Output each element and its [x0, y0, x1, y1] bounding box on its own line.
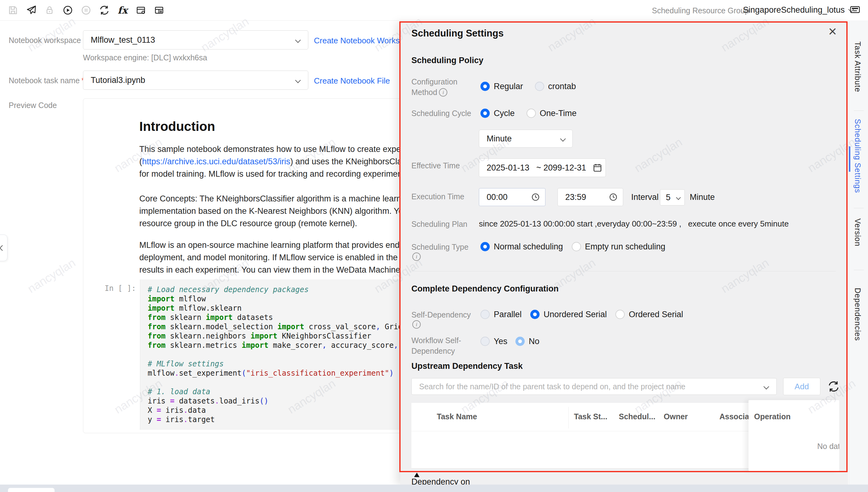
send-icon[interactable] — [25, 4, 38, 17]
refresh-table-icon[interactable] — [827, 380, 840, 394]
watermark-text: nancyqlan — [25, 256, 78, 296]
radio-option-no[interactable]: No — [515, 337, 539, 346]
chevron-left-icon — [0, 245, 5, 251]
resource-group-label: Scheduling Resource Group — [652, 6, 749, 15]
column-header-operation: Operation — [754, 412, 791, 421]
tab-scheduling-settings[interactable]: Scheduling Settings — [853, 119, 862, 193]
radio-option-unordered-serial[interactable]: Unordered Serial — [530, 310, 607, 319]
preview-code-label: Preview Code — [9, 101, 57, 110]
radio-option-ordered-serial[interactable]: Ordered Serial — [616, 310, 683, 319]
notebook-heading: Introduction — [139, 119, 215, 134]
radio-option-regular[interactable]: Regular — [480, 82, 523, 91]
effective-time-range[interactable]: 2025-01-13 ~ 2099-12-31 — [479, 158, 606, 177]
dataset-link[interactable]: https://archive.ics.uci.edu/dataset/53/i… — [142, 157, 290, 166]
scheduling-plan-value: since 2025-01-13 00:00:00 start ,everyda… — [479, 219, 789, 229]
search-placeholder: Search for the name/ID of the parent tas… — [412, 382, 764, 391]
cell-prompt: In [ ]: — [105, 284, 136, 293]
run-icon[interactable] — [62, 4, 74, 17]
layout-icon[interactable] — [153, 4, 165, 17]
interval-unit-label: Minute — [690, 193, 715, 202]
section-dependency-config: Complete Dependency Configuration — [411, 284, 559, 294]
workspace-select[interactable]: Mlflow_test_0113 — [83, 30, 308, 50]
tab-dependencies[interactable]: Dependencies — [853, 288, 862, 341]
bottom-bar — [0, 485, 868, 492]
notebook-paragraph-line: deployment, and model monitoring. If MLf… — [139, 251, 404, 264]
save-icon[interactable] — [7, 4, 19, 17]
pause-icon[interactable] — [80, 4, 92, 17]
top-toolbar: fx Scheduling Resource Group SingaporeSc… — [0, 0, 868, 21]
effective-end: ~ 2099-12-31 — [529, 163, 586, 173]
config-method-options: Regular crontab — [480, 82, 576, 91]
tab-version[interactable]: Version — [853, 219, 862, 246]
radio-option-one-time[interactable]: One-Time — [527, 108, 577, 118]
tab-divider — [854, 208, 864, 208]
workspace-engine-text: Workspace engine: [DLC] wxkxh6sa — [83, 53, 207, 62]
chevron-down-icon — [676, 195, 681, 200]
radio-option-empty-run[interactable]: Empty run scheduling — [572, 242, 666, 251]
notebook-paragraph-line: for model training. MLflow is used for t… — [139, 168, 405, 180]
workspace-select-value: Mlflow_test_0113 — [83, 35, 296, 45]
tab-task-attribute[interactable]: Task Attribute — [853, 42, 862, 92]
clock-icon — [609, 193, 618, 202]
self-dependency-options: Parallel Unordered Serial Ordered Serial — [480, 310, 683, 319]
scheduling-plan-label: Scheduling Plan — [411, 220, 467, 229]
radio-option-parallel[interactable]: Parallel — [480, 310, 522, 319]
table-header-divider — [411, 431, 748, 432]
execution-time-label: Execution Time — [411, 192, 464, 201]
task-name-label: Notebook task name* — [9, 76, 85, 85]
sidebar-collapse-handle[interactable] — [0, 235, 7, 261]
task-config-icon[interactable] — [135, 4, 147, 17]
workflow-self-dependency-label: Workflow Self- — [411, 336, 461, 345]
radio-option-yes[interactable]: Yes — [480, 337, 507, 346]
notebook-paragraph-line: MLflow is an open-source machine learnin… — [139, 239, 405, 251]
config-method-label2: Methodi — [411, 88, 447, 97]
radio-option-cycle[interactable]: Cycle — [480, 108, 515, 118]
function-icon[interactable]: fx — [116, 4, 129, 17]
table-empty-text: No data y — [817, 442, 839, 451]
cycle-unit-select[interactable]: Minute — [479, 130, 573, 148]
create-file-link[interactable]: Create Notebook File — [314, 76, 390, 86]
clock-icon — [531, 193, 540, 202]
calendar-icon — [593, 163, 602, 173]
column-header-associate: Associat — [719, 412, 752, 421]
radio-selected-disabled-icon — [515, 337, 525, 346]
add-button[interactable]: Add — [783, 378, 820, 395]
notebook-paragraph-line: results in each experiment. You can view… — [139, 264, 407, 276]
workflow-self-dependency-label2: Dependency — [411, 347, 455, 355]
interval-select[interactable]: 5 — [660, 189, 685, 205]
info-icon[interactable]: i — [412, 320, 421, 328]
scheduling-cycle-label: Scheduling Cycle — [411, 109, 471, 118]
resource-group-dropdown[interactable]: SingaporeScheduling_lotus — [743, 5, 853, 15]
column-header-task-status: Task St... — [574, 412, 607, 421]
task-name-select-value: Tutorial3.ipynb — [83, 75, 296, 85]
info-icon[interactable]: i — [412, 252, 421, 261]
notebook-paragraph-line: Core Concepts: The KNeighborsClassifier … — [139, 193, 408, 205]
lock-icon[interactable] — [43, 4, 56, 17]
notebook-paragraph-line: implementation based on the K-Nearest Ne… — [139, 205, 408, 217]
scheduling-type-options: Normal scheduling Empty run scheduling — [480, 242, 665, 251]
radio-option-crontab[interactable]: crontab — [535, 82, 576, 91]
execution-end-input[interactable]: 23:59 — [557, 188, 623, 206]
execution-start-value: 00:00 — [479, 193, 531, 202]
interval-value: 5 — [660, 193, 671, 202]
task-name-select[interactable]: Tutorial3.ipynb — [83, 71, 308, 90]
effective-time-label: Effective Time — [411, 161, 460, 170]
upstream-task-search-select[interactable]: Search for the name/ID of the parent tas… — [411, 378, 777, 395]
close-icon[interactable]: × — [828, 24, 837, 39]
chevron-down-icon — [763, 384, 769, 389]
active-tab-indicator — [849, 146, 850, 172]
radio-option-normal-scheduling[interactable]: Normal scheduling — [480, 242, 563, 251]
cycle-unit-value: Minute — [479, 134, 561, 144]
scheduling-type-label: Scheduling Type — [411, 243, 468, 251]
shortcut-grid-icon[interactable] — [849, 3, 861, 16]
refresh-icon[interactable] — [98, 4, 111, 17]
column-header-task-name: Task Name — [437, 412, 477, 421]
radio-icon — [527, 108, 536, 118]
operation-column-card: Operation No data y — [748, 400, 839, 471]
bottom-popup-edge — [8, 488, 55, 492]
section-upstream-dependency: Upstream Dependency Task — [411, 362, 523, 371]
column-header-owner: Owner — [664, 412, 688, 421]
execution-start-input[interactable]: 00:00 — [479, 188, 546, 206]
info-icon[interactable]: i — [439, 88, 447, 97]
radio-icon — [535, 82, 544, 91]
